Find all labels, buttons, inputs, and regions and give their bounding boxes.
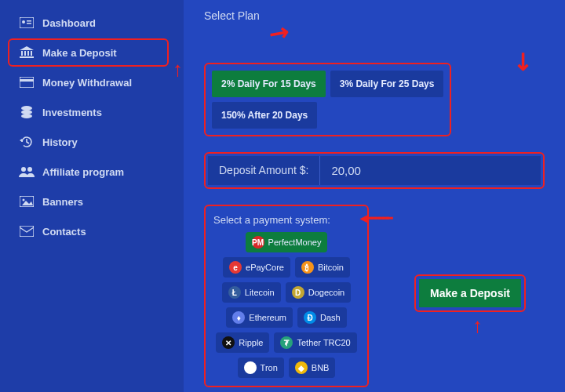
svg-rect-21 bbox=[20, 226, 34, 237]
pay-method-label: Litecoin bbox=[245, 288, 275, 297]
pay-method-litecoin[interactable]: ŁLitecoin bbox=[222, 282, 281, 303]
pay-method-dogecoin[interactable]: DDogecoin bbox=[286, 282, 351, 303]
select-plan-label: Select Plan bbox=[204, 9, 545, 22]
annotation-highlight-deposit: Make a Deposit bbox=[414, 274, 526, 312]
pay-method-label: Bitcoin bbox=[318, 263, 344, 272]
svg-point-1 bbox=[22, 20, 25, 24]
sidebar-item-label: Make a Deposit bbox=[42, 47, 117, 59]
payment-system-grid: PMPerfectMoneyeePayCore₿BitcoinŁLitecoin… bbox=[213, 232, 359, 378]
coin-icon: Ł bbox=[228, 286, 241, 299]
coin-icon bbox=[244, 361, 257, 374]
sidebar-item-investments[interactable]: Investments bbox=[14, 97, 184, 127]
annotation-arrow-amount: ↗ bbox=[507, 45, 540, 78]
coin-icon: PM bbox=[252, 236, 264, 249]
pay-method-tether-trc20[interactable]: ₮Tether TRC20 bbox=[274, 332, 356, 353]
svg-point-14 bbox=[21, 114, 32, 118]
svg-marker-15 bbox=[20, 139, 22, 142]
coin-icon: ₮ bbox=[280, 336, 293, 349]
sidebar-item-affiliate[interactable]: Affiliate program bbox=[14, 157, 184, 187]
pay-method-tron[interactable]: Tron bbox=[238, 358, 284, 378]
svg-point-16 bbox=[21, 167, 26, 172]
plan-options: 2% Daily For 15 Days 3% Daily For 25 Day… bbox=[204, 63, 451, 136]
sidebar-item-dashboard[interactable]: Dashboard bbox=[14, 8, 184, 38]
bank-icon bbox=[19, 45, 35, 60]
deposit-amount-row: Deposit Amount $: bbox=[204, 152, 545, 189]
coin-icon: ♦ bbox=[232, 311, 245, 324]
plan-option-2[interactable]: 3% Daily For 25 Days bbox=[330, 71, 444, 97]
pay-method-label: PerfectMoney bbox=[268, 238, 322, 247]
sidebar: Dashboard Make a Deposit Money Withdrawa… bbox=[0, 0, 184, 392]
database-icon bbox=[19, 104, 35, 120]
svg-rect-3 bbox=[27, 23, 31, 24]
card-icon bbox=[19, 74, 35, 90]
pay-method-label: Dogecoin bbox=[308, 288, 344, 297]
coin-icon: ₿ bbox=[301, 261, 314, 274]
svg-rect-9 bbox=[20, 56, 34, 58]
coin-icon: ✕ bbox=[222, 336, 235, 349]
make-deposit-button[interactable]: Make a Deposit bbox=[419, 279, 521, 307]
deposit-amount-input[interactable] bbox=[320, 156, 541, 185]
pay-method-label: ePayCore bbox=[246, 263, 284, 272]
svg-rect-8 bbox=[31, 51, 32, 56]
svg-point-19 bbox=[23, 199, 25, 201]
sidebar-item-label: Affiliate program bbox=[42, 166, 124, 178]
pay-method-label: Ethereum bbox=[249, 313, 286, 322]
coin-icon: Đ bbox=[304, 311, 316, 324]
sidebar-item-label: Contacts bbox=[42, 226, 86, 238]
sidebar-item-label: History bbox=[42, 136, 78, 148]
pay-method-label: Dash bbox=[320, 313, 341, 322]
pay-method-perfectmoney[interactable]: PMPerfectMoney bbox=[246, 232, 328, 252]
plan-option-3[interactable]: 150% After 20 Days bbox=[212, 102, 317, 129]
pay-method-ethereum[interactable]: ♦Ethereum bbox=[226, 307, 293, 328]
deposit-amount-label: Deposit Amount $: bbox=[208, 156, 320, 185]
id-card-icon bbox=[19, 15, 35, 31]
sidebar-item-make-deposit[interactable]: Make a Deposit bbox=[14, 38, 184, 67]
users-icon bbox=[19, 164, 35, 180]
pay-method-epaycore[interactable]: eePayCore bbox=[223, 257, 290, 278]
main-panel: Select Plan ↗ ↗ 2% Daily For 15 Days 3% … bbox=[184, 0, 565, 392]
svg-marker-4 bbox=[20, 46, 34, 50]
image-icon bbox=[19, 194, 35, 209]
svg-rect-7 bbox=[27, 51, 29, 56]
pay-method-bnb[interactable]: ◆BNB bbox=[289, 358, 336, 378]
payment-system-label: Select a payment system: bbox=[213, 214, 359, 226]
sidebar-item-label: Investments bbox=[42, 107, 102, 118]
pay-method-ripple[interactable]: ✕Ripple bbox=[216, 332, 269, 353]
svg-rect-6 bbox=[24, 51, 26, 56]
sidebar-item-label: Money Withdrawal bbox=[42, 77, 132, 89]
sidebar-item-banners[interactable]: Banners bbox=[14, 187, 184, 216]
sidebar-item-contacts[interactable]: Contacts bbox=[14, 216, 184, 246]
pay-method-dash[interactable]: ĐDash bbox=[297, 307, 347, 328]
pay-method-label: Ripple bbox=[239, 338, 263, 347]
svg-rect-5 bbox=[21, 51, 23, 56]
history-icon bbox=[19, 134, 35, 150]
pay-method-bitcoin[interactable]: ₿Bitcoin bbox=[295, 257, 350, 278]
svg-rect-2 bbox=[27, 20, 31, 22]
svg-marker-20 bbox=[22, 201, 33, 205]
pay-method-label: Tron bbox=[261, 363, 278, 372]
envelope-icon bbox=[19, 223, 35, 239]
payment-system-box: Select a payment system: PMPerfectMoneye… bbox=[204, 205, 369, 387]
sidebar-item-label: Dashboard bbox=[42, 17, 96, 29]
pay-method-label: BNB bbox=[312, 363, 330, 372]
pay-method-label: Tether TRC20 bbox=[297, 338, 350, 347]
coin-icon: e bbox=[229, 261, 242, 274]
sidebar-item-history[interactable]: History bbox=[14, 127, 184, 157]
coin-icon: ◆ bbox=[295, 361, 308, 374]
plan-option-1[interactable]: 2% Daily For 15 Days bbox=[212, 71, 326, 97]
annotation-arrow-deposit: ↑ bbox=[472, 314, 483, 338]
coin-icon: D bbox=[292, 286, 304, 299]
sidebar-item-withdrawal[interactable]: Money Withdrawal bbox=[14, 67, 184, 97]
svg-point-17 bbox=[27, 167, 32, 172]
sidebar-item-label: Banners bbox=[42, 196, 83, 208]
svg-rect-10 bbox=[20, 77, 34, 88]
svg-rect-11 bbox=[20, 79, 34, 82]
